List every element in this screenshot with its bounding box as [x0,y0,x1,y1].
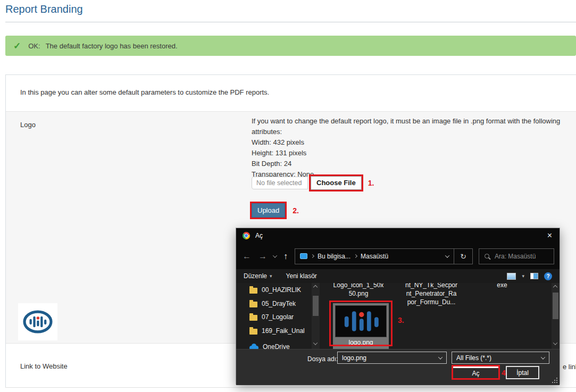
open-button[interactable]: Aç [453,366,498,378]
dialog-file-area: 00_HAZIRLIK 05_DrayTek 07_Logolar 169_Fa… [236,283,560,349]
dialog-footer: Dosya adı: logo.png All Files (*.*) Aç 4… [236,349,560,385]
folder-icon [249,329,257,335]
preview-pane-icon[interactable] [530,273,538,279]
filename-combobox[interactable]: logo.png [337,352,447,364]
up-icon[interactable]: ↑ [283,252,288,261]
open-button-highlight: Aç [452,365,500,380]
check-icon: ✓ [13,40,21,52]
selected-file-highlight [329,301,393,346]
file-name-line: exe [483,283,521,289]
folder-name: 07_Logolar [262,313,294,321]
alert-message: The default factory logo has been restor… [46,42,178,50]
dialog-title: Aç [255,232,263,239]
dialog-navbar: ← → ↑ Bu bilgisa... Masaüstü ↻ Ara: Masa… [236,243,560,269]
history-chevron-icon[interactable] [273,253,277,257]
file-name-line: por_Formu_Du... [397,298,466,306]
file-item[interactable]: exe [483,283,521,289]
filename-label: Dosya adı: [307,355,338,363]
folder-icon [249,288,257,294]
folder-icon [249,302,257,307]
attr-bitdepth: Bit Depth: 24 [252,159,571,169]
annotation-step-2: 2. [293,206,299,215]
choose-file-highlight: Choose File [309,174,363,191]
current-logo-preview [18,303,57,340]
attr-width: Width: 432 pixels [252,137,571,148]
scroll-down-icon[interactable] [313,340,318,345]
dialog-toolbar: Düzenle ▾ Yeni klasör ▾ ? [236,269,560,283]
scrollbar-thumb[interactable] [553,293,558,319]
annotation-step-1: 1. [368,179,374,187]
intro-text: In this page you can alter some default … [20,88,269,96]
organize-caret-icon: ▾ [270,273,272,279]
combo-chevron-icon[interactable] [541,355,545,359]
file-name-line: nt_Penetrator_Ra [397,289,466,298]
new-folder-label: Yeni klasör [286,272,317,280]
search-box[interactable]: Ara: Masaüstü [479,248,554,264]
breadcrumb-separator-icon [354,254,357,258]
breadcrumb-dropdown-icon[interactable] [445,253,449,257]
file-item[interactable]: Logo_icon_1_50x 50.png [324,283,393,298]
breadcrumb-current[interactable]: Masaüstü [361,253,388,260]
combo-chevron-icon[interactable] [438,355,443,359]
scroll-up-icon[interactable] [313,285,318,289]
onedrive-label: OneDrive [263,343,290,349]
breadcrumb[interactable]: Bu bilgisa... Masaüstü [295,248,454,264]
annotation-step-3: 3. [398,316,404,324]
logo-section-label: Logo [20,121,36,129]
sidebar-item-onedrive[interactable]: OneDrive [249,343,290,349]
view-thumbnails-icon[interactable] [507,273,516,280]
chrome-icon [243,232,250,239]
instructions-title: If you want to change the default report… [252,116,571,137]
logo-instructions: If you want to change the default report… [252,116,571,180]
forward-icon[interactable]: → [258,252,267,261]
waveform-logo [21,308,54,335]
resize-grip[interactable] [556,382,557,383]
this-pc-icon [300,253,307,259]
help-icon[interactable]: ? [544,272,552,280]
cancel-button[interactable]: İptal [506,366,539,379]
file-name-line: 50.png [324,289,393,298]
upload-highlight: Upload [250,202,287,219]
scrollbar-thumb[interactable] [313,296,319,316]
alert-status: OK: [28,42,40,50]
upload-button[interactable]: Upload [252,203,285,218]
folder-name: 00_HAZIRLIK [262,286,301,294]
refresh-button[interactable]: ↻ [454,248,473,264]
view-caret-icon[interactable]: ▾ [522,273,524,279]
file-name-line: nt_NY_Tk_Secpor [397,283,466,289]
breadcrumb-root[interactable]: Bu bilgisa... [318,253,350,260]
report-branding-page: Report Branding ✓ OK: The default factor… [0,0,576,392]
sidebar-scrollbar[interactable] [312,283,320,349]
filelist-scrollbar[interactable] [552,283,560,349]
scroll-down-icon[interactable] [553,340,557,345]
file-item[interactable]: nt_NY_Tk_Secpor nt_Penetrator_Ra por_For… [397,283,466,306]
file-picker-row: No file selected Choose File 1. [252,174,374,191]
scroll-up-icon[interactable] [553,285,557,289]
sidebar-item-folder[interactable]: 00_HAZIRLIK [249,286,301,294]
choose-file-button[interactable]: Choose File [311,176,362,190]
page-title: Report Branding [5,3,83,15]
link-hint-fragment: e link [563,363,576,371]
folder-name: 169_Faik_Unal [262,327,305,335]
folder-icon [249,315,257,321]
folder-name: 05_DrayTek [262,300,296,307]
back-icon[interactable]: ← [243,252,251,261]
file-open-dialog: Aç × ← → ↑ Bu bilgisa... Masaüstü ↻ Ara:… [236,228,560,385]
attr-height: Height: 131 pixels [252,148,571,159]
close-icon[interactable]: × [547,231,552,240]
file-input[interactable]: No file selected [252,177,308,189]
sidebar-item-folder[interactable]: 169_Faik_Unal [249,327,305,335]
refresh-icon: ↻ [460,252,466,261]
bottom-divider [5,387,576,388]
dialog-titlebar[interactable]: Aç × [236,228,560,243]
link-to-website-label: Link to Website [20,362,68,370]
search-placeholder: Ara: Masaüstü [495,253,536,260]
filetype-value: All Files (*.*) [456,354,491,362]
sidebar-item-folder[interactable]: 05_DrayTek [249,300,296,307]
upload-row: Upload 2. [250,202,299,219]
organize-menu[interactable]: Düzenle ▾ [244,272,272,280]
sidebar-item-folder[interactable]: 07_Logolar [249,313,294,321]
file-name-line: Logo_icon_1_50x [324,283,393,289]
filetype-combobox[interactable]: All Files (*.*) [452,352,549,364]
new-folder-button[interactable]: Yeni klasör [286,272,317,280]
